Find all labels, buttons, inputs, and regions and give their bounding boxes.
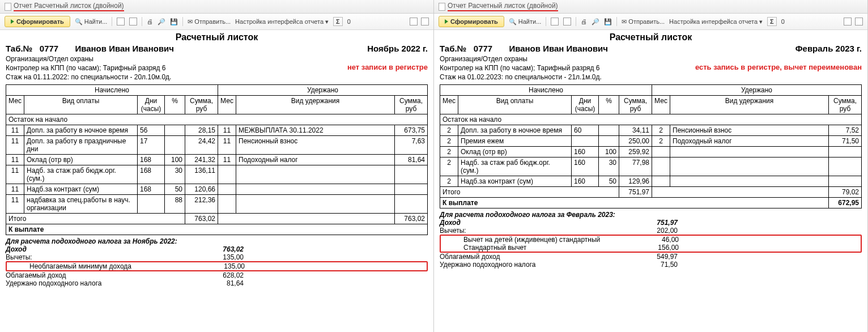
counter: 0 bbox=[347, 18, 351, 25]
tool-icon[interactable] bbox=[844, 18, 852, 25]
table-row: 2 Надб. за стаж раб бюдж.орг. (сум.) 160… bbox=[440, 157, 862, 176]
form-button-label: Сформировать bbox=[16, 18, 64, 25]
print-icon[interactable]: 🖨 bbox=[147, 18, 153, 25]
left-pane: Отчет Расчетный листок (двойной) Сформир… bbox=[0, 0, 434, 332]
highlighted-deduction-row: Необлагаемый минимум дохода 135,00 bbox=[6, 261, 428, 271]
total-row: Итого 763,02 763,02 bbox=[6, 213, 428, 224]
period: Ноябрь 2022 г. bbox=[367, 44, 428, 53]
find-link[interactable]: 🔍 Найти... bbox=[509, 18, 542, 25]
header-row: Таб.№ 0777 Иванов Иван Иванович Ноябрь 2… bbox=[6, 44, 428, 53]
document-icon bbox=[5, 3, 11, 11]
report-title: Расчетный листок bbox=[440, 32, 862, 42]
table-row: 2 Премия ежем 250,00 2 Подоходный налог … bbox=[440, 135, 862, 146]
mail-icon: ✉ bbox=[622, 18, 627, 25]
payroll-table: Начислено Удержано Мес Вид оплаты Дни (ч… bbox=[440, 84, 862, 208]
dropdown-icon: ▾ bbox=[759, 18, 763, 25]
tax-block: Для расчета подоходного налога за Феврал… bbox=[440, 211, 862, 269]
expand-icon[interactable] bbox=[117, 18, 125, 25]
right-pane: Отчет Расчетный листок (двойной) Сформир… bbox=[434, 0, 868, 332]
period: Февраль 2023 г. bbox=[795, 44, 862, 53]
toolbar: Сформировать 🔍 Найти... 🖨 🔎 💾 ✉ Отправит… bbox=[434, 14, 867, 30]
table-row: 11 Оклад (отр вр) 168 100 241,32 11 Подо… bbox=[6, 154, 428, 165]
table-row: 2 Надб.за контракт (сум) 160 50 129,96 bbox=[440, 176, 862, 186]
report-body: Расчетный листок Таб.№ 0777 Иванов Иван … bbox=[434, 30, 867, 332]
opening-row: Остаток на начало bbox=[6, 114, 428, 125]
preview-icon[interactable]: 🔎 bbox=[592, 18, 599, 25]
withheld-header: Удержано bbox=[218, 84, 428, 95]
table-row: 2 Допл. за работу в ночное время 60 34,1… bbox=[440, 125, 862, 135]
settings-link[interactable]: Настройка интерфейса отчета▾ bbox=[235, 18, 329, 25]
annotation: нет записи в регистре bbox=[347, 62, 428, 73]
tab-no: 0777 bbox=[40, 44, 58, 53]
accrued-header: Начислено bbox=[6, 84, 218, 95]
preview-icon[interactable]: 🔎 bbox=[158, 18, 165, 25]
to-pay-row: К выплате bbox=[6, 224, 428, 235]
table-row: 11 Допл. за работу в ночное время 56 28,… bbox=[6, 125, 428, 135]
report-body: Расчетный листок Таб.№ 0777 Иванов Иван … bbox=[0, 30, 433, 332]
payroll-table: Начислено Удержано Мес Вид оплаты Дни (ч… bbox=[6, 84, 428, 235]
sigma-button[interactable]: Σ bbox=[767, 17, 777, 26]
print-icon[interactable]: 🖨 bbox=[581, 18, 587, 25]
counter: 0 bbox=[781, 18, 785, 25]
tax-title: Для расчета подоходного налога за Ноябрь… bbox=[6, 237, 428, 245]
search-icon: 🔍 bbox=[509, 18, 517, 25]
collapse-icon[interactable] bbox=[563, 18, 571, 25]
tax-block: Для расчета подоходного налога за Ноябрь… bbox=[6, 237, 428, 287]
play-icon bbox=[11, 19, 14, 24]
send-link[interactable]: ✉ Отправить... bbox=[622, 18, 665, 25]
org-info: Организация/Отдел охраны Контролер на КП… bbox=[6, 54, 428, 82]
settings-link[interactable]: Настройка интерфейса отчета▾ bbox=[669, 18, 763, 25]
total-row: Итого 751,97 79,02 bbox=[440, 186, 862, 197]
table-row: 11 Допл. за работу в праздничные дни 17 … bbox=[6, 135, 428, 154]
window-title: Отчет Расчетный листок (двойной) bbox=[14, 2, 124, 11]
header-row: Таб.№ 0777 Иванов Иван Иванович Февраль … bbox=[440, 44, 862, 53]
send-link[interactable]: ✉ Отправить... bbox=[188, 18, 231, 25]
separator bbox=[142, 17, 142, 26]
play-icon bbox=[445, 19, 448, 24]
separator bbox=[112, 17, 112, 26]
window-title: Отчет Расчетный листок (двойной) bbox=[448, 2, 558, 11]
annotation: есть запись в регистре, вычет переименов… bbox=[695, 62, 862, 73]
tab-no-label: Таб.№ bbox=[6, 44, 32, 53]
window-titlebar: Отчет Расчетный листок (двойной) bbox=[434, 0, 867, 14]
tool-icon[interactable] bbox=[421, 18, 429, 25]
form-button[interactable]: Сформировать bbox=[5, 16, 70, 27]
search-icon: 🔍 bbox=[75, 18, 83, 25]
collapse-icon[interactable] bbox=[129, 18, 137, 25]
save-icon[interactable]: 💾 bbox=[604, 18, 612, 25]
table-row: 11 надбавка за спец.работы в науч. орган… bbox=[6, 194, 428, 213]
window-titlebar: Отчет Расчетный листок (двойной) bbox=[0, 0, 433, 14]
save-icon[interactable]: 💾 bbox=[170, 18, 178, 25]
expand-icon[interactable] bbox=[551, 18, 559, 25]
document-icon bbox=[439, 3, 445, 11]
dropdown-icon: ▾ bbox=[325, 18, 329, 25]
sigma-button[interactable]: Σ bbox=[333, 17, 343, 26]
separator bbox=[182, 17, 183, 26]
toolbar: Сформировать 🔍 Найти... 🖨 🔎 💾 ✉ Отправит… bbox=[0, 14, 433, 30]
table-row: 2 Оклад (отр вр) 160 100 259,92 bbox=[440, 146, 862, 157]
form-button[interactable]: Сформировать bbox=[439, 16, 504, 27]
form-button-label: Сформировать bbox=[450, 18, 498, 25]
tool-icon[interactable] bbox=[855, 18, 863, 25]
highlighted-deduction-rows: Вычет на детей (иждивенцев) стандартный … bbox=[440, 235, 862, 253]
tool-icon[interactable] bbox=[410, 18, 418, 25]
mail-icon: ✉ bbox=[188, 18, 193, 25]
org-info: Организация/Отдел охраны Контролер на КП… bbox=[440, 54, 862, 82]
seniority-line: Стаж на 01.11.2022: по специальности - 2… bbox=[6, 73, 428, 82]
report-title: Расчетный листок bbox=[6, 32, 428, 42]
employee-name: Иванов Иван Иванович bbox=[75, 44, 174, 53]
table-row: 11 Надб. за стаж раб бюдж.орг. (сум.) 16… bbox=[6, 165, 428, 184]
table-row: 11 Надб.за контракт (сум) 168 50 120,66 bbox=[6, 184, 428, 194]
find-link[interactable]: 🔍 Найти... bbox=[75, 18, 108, 25]
